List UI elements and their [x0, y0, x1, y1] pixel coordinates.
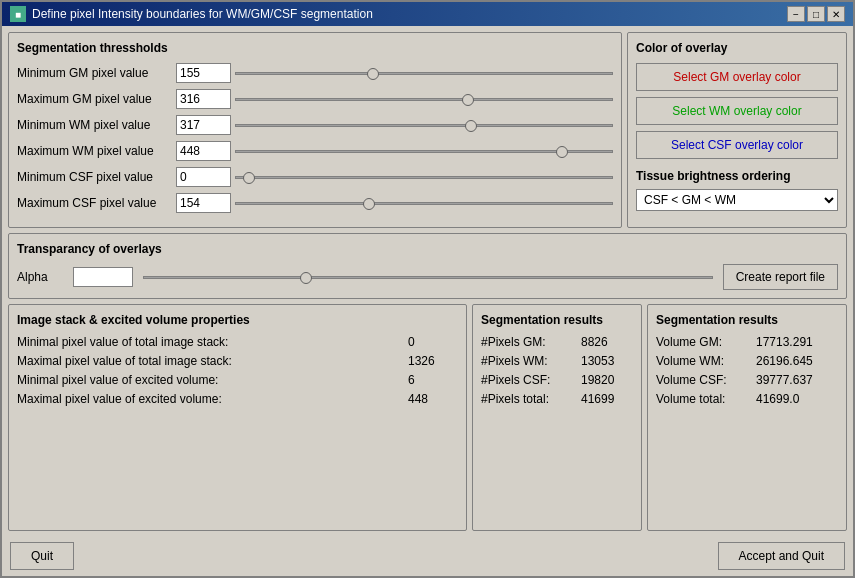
seg-slider[interactable]: [235, 195, 613, 211]
minimize-button[interactable]: −: [787, 6, 805, 22]
seg-result-key: #Pixels CSF:: [481, 373, 581, 387]
seg-slider[interactable]: [235, 169, 613, 185]
stats-key: Maximal pixel value of excited volume:: [17, 392, 408, 406]
select-wm-color-button[interactable]: Select WM overlay color: [636, 97, 838, 125]
select-csf-color-button[interactable]: Select CSF overlay color: [636, 131, 838, 159]
stats-row: Maximal pixel value of total image stack…: [17, 354, 458, 368]
seg-slider[interactable]: [235, 143, 613, 159]
seg-slider-container: [235, 91, 613, 107]
seg-result-key: #Pixels total:: [481, 392, 581, 406]
seg-field-label: Minimum GM pixel value: [17, 66, 172, 80]
vol-result-key: Volume total:: [656, 392, 756, 406]
seg-field-row: Minimum GM pixel value: [17, 63, 613, 83]
seg-field-label: Minimum WM pixel value: [17, 118, 172, 132]
seg-field-label: Minimum CSF pixel value: [17, 170, 172, 184]
vol-row: Volume GM:17713.291: [656, 335, 838, 349]
alpha-input[interactable]: [73, 267, 133, 287]
alpha-slider[interactable]: [143, 269, 713, 285]
seg-row: #Pixels WM:13053: [481, 354, 633, 368]
seg-field-row: Minimum CSF pixel value: [17, 167, 613, 187]
main-window: ■ Define pixel Intensity boundaries for …: [0, 0, 855, 578]
seg-slider-container: [235, 65, 613, 81]
quit-button[interactable]: Quit: [10, 542, 74, 570]
accept-quit-button[interactable]: Accept and Quit: [718, 542, 845, 570]
seg-field-row: Maximum WM pixel value: [17, 141, 613, 161]
seg-field-input[interactable]: [176, 141, 231, 161]
brightness-section: Tissue brightness ordering CSF < GM < WM…: [636, 169, 838, 211]
seg-results-panel: Segmentation results #Pixels GM:8826#Pix…: [472, 304, 642, 531]
seg-field-input[interactable]: [176, 63, 231, 83]
window-icon: ■: [10, 6, 26, 22]
title-bar-buttons: − □ ✕: [787, 6, 845, 22]
seg-field-label: Maximum CSF pixel value: [17, 196, 172, 210]
transparency-row: Alpha Create report file: [17, 264, 838, 290]
image-stack-title: Image stack & excited volume properties: [17, 313, 458, 327]
bottom-section: Image stack & excited volume properties …: [8, 304, 847, 531]
vol-results-panel: Segmentation results Volume GM:17713.291…: [647, 304, 847, 531]
title-bar-left: ■ Define pixel Intensity boundaries for …: [10, 6, 373, 22]
dropdown-row: CSF < GM < WM WM < GM < CSF GM < CSF < W…: [636, 189, 838, 211]
stats-key: Maximal pixel value of total image stack…: [17, 354, 408, 368]
stats-key: Minimal pixel value of excited volume:: [17, 373, 408, 387]
overlay-panel: Color of overlay Select GM overlay color…: [627, 32, 847, 228]
seg-field-input[interactable]: [176, 115, 231, 135]
vol-results-title: Segmentation results: [656, 313, 838, 327]
vol-result-rows: Volume GM:17713.291Volume WM:26196.645Vo…: [656, 335, 838, 406]
seg-field-row: Maximum CSF pixel value: [17, 193, 613, 213]
main-content: Segmentation thressholds Minimum GM pixe…: [2, 26, 853, 537]
seg-slider-container: [235, 143, 613, 159]
brightness-dropdown[interactable]: CSF < GM < WM WM < GM < CSF GM < CSF < W…: [636, 189, 838, 211]
footer: Quit Accept and Quit: [2, 537, 853, 576]
seg-row: #Pixels GM:8826: [481, 335, 633, 349]
seg-result-val: 8826: [581, 335, 608, 349]
seg-field-input[interactable]: [176, 89, 231, 109]
seg-field-label: Maximum WM pixel value: [17, 144, 172, 158]
segmentation-panel: Segmentation thressholds Minimum GM pixe…: [8, 32, 622, 228]
seg-row: #Pixels total:41699: [481, 392, 633, 406]
stats-row: Minimal pixel value of excited volume:6: [17, 373, 458, 387]
segmentation-title: Segmentation thressholds: [17, 41, 613, 55]
vol-row: Volume total:41699.0: [656, 392, 838, 406]
select-gm-color-button[interactable]: Select GM overlay color: [636, 63, 838, 91]
transparency-title: Transparancy of overlays: [17, 242, 838, 256]
vol-result-key: Volume CSF:: [656, 373, 756, 387]
maximize-button[interactable]: □: [807, 6, 825, 22]
close-button[interactable]: ✕: [827, 6, 845, 22]
stats-row: Maximal pixel value of excited volume:44…: [17, 392, 458, 406]
stats-row: Minimal pixel value of total image stack…: [17, 335, 458, 349]
image-stack-panel: Image stack & excited volume properties …: [8, 304, 467, 531]
seg-slider-container: [235, 117, 613, 133]
vol-row: Volume WM:26196.645: [656, 354, 838, 368]
stats-val: 448: [408, 392, 458, 406]
create-report-button[interactable]: Create report file: [723, 264, 838, 290]
transparency-panel: Transparancy of overlays Alpha Create re…: [8, 233, 847, 299]
seg-slider[interactable]: [235, 91, 613, 107]
stats-val: 1326: [408, 354, 458, 368]
vol-result-val: 26196.645: [756, 354, 813, 368]
stats-val: 6: [408, 373, 458, 387]
seg-result-key: #Pixels GM:: [481, 335, 581, 349]
vol-result-key: Volume GM:: [656, 335, 756, 349]
top-row: Segmentation thressholds Minimum GM pixe…: [8, 32, 847, 228]
seg-slider[interactable]: [235, 65, 613, 81]
vol-row: Volume CSF:39777.637: [656, 373, 838, 387]
vol-result-val: 41699.0: [756, 392, 799, 406]
seg-results-title: Segmentation results: [481, 313, 633, 327]
seg-slider[interactable]: [235, 117, 613, 133]
seg-result-key: #Pixels WM:: [481, 354, 581, 368]
seg-field-label: Maximum GM pixel value: [17, 92, 172, 106]
vol-result-val: 39777.637: [756, 373, 813, 387]
seg-row: #Pixels CSF:19820: [481, 373, 633, 387]
seg-result-val: 19820: [581, 373, 614, 387]
alpha-label: Alpha: [17, 270, 67, 284]
segmentation-fields: Minimum GM pixel valueMaximum GM pixel v…: [17, 63, 613, 213]
seg-field-input[interactable]: [176, 193, 231, 213]
vol-result-key: Volume WM:: [656, 354, 756, 368]
seg-slider-container: [235, 195, 613, 211]
seg-result-rows: #Pixels GM:8826#Pixels WM:13053#Pixels C…: [481, 335, 633, 406]
vol-result-val: 17713.291: [756, 335, 813, 349]
overlay-title: Color of overlay: [636, 41, 838, 55]
stats-val: 0: [408, 335, 458, 349]
seg-slider-container: [235, 169, 613, 185]
seg-field-input[interactable]: [176, 167, 231, 187]
